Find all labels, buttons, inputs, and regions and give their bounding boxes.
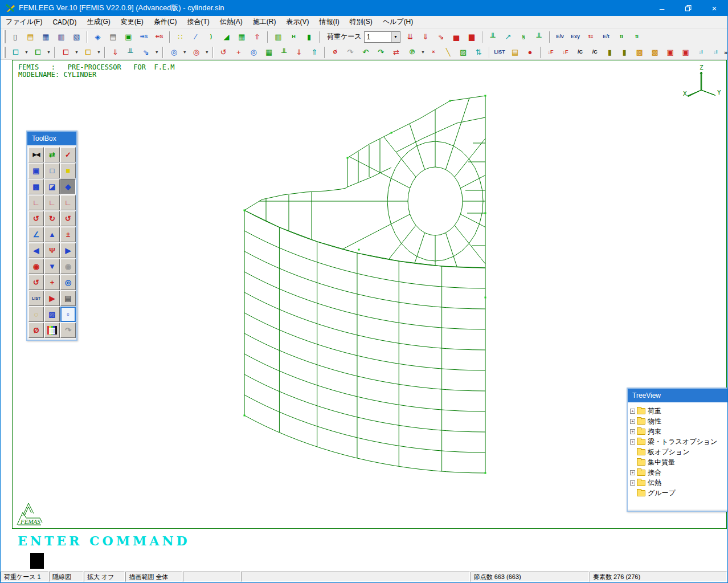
menu-item-8[interactable]: 表示(V) bbox=[281, 16, 314, 28]
restore-button[interactable] bbox=[675, 0, 701, 16]
toolbox-print-view-button[interactable]: ▤ bbox=[60, 291, 76, 306]
merge-element-button[interactable]: H bbox=[287, 31, 301, 43]
new-file-button[interactable]: ▯ bbox=[8, 31, 22, 43]
refresh-view-button[interactable]: ◈ bbox=[91, 31, 105, 43]
clipboard-list-button[interactable]: ▤ bbox=[508, 46, 522, 59]
toolbox-fit-view-button[interactable]: ▶◀ bbox=[28, 147, 44, 162]
spring-element-button[interactable]: § bbox=[517, 31, 531, 43]
tree-expand-icon[interactable]: + bbox=[630, 480, 635, 486]
material-query-button[interactable]: E/t bbox=[599, 31, 614, 43]
minimize-button[interactable]: – bbox=[649, 0, 675, 16]
layer-select-yellow-dropdown-icon[interactable]: ▼ bbox=[96, 46, 101, 59]
door-element-pick-button[interactable]: ▮ bbox=[617, 46, 631, 59]
select-down-button[interactable]: ⇓ bbox=[108, 46, 122, 59]
title-bar[interactable]: FEMLEEG Ver.10 [FEMIS V22.0.9] (Advanced… bbox=[1, 0, 727, 16]
constraint-pick-button[interactable]: ↗ bbox=[501, 31, 516, 43]
pan-view-button[interactable]: + bbox=[232, 46, 246, 59]
nodal-load-button[interactable]: ⇓ bbox=[419, 31, 433, 43]
thermo-f-button[interactable]: ↓F bbox=[544, 46, 558, 59]
mesh-pattern-pick-button[interactable]: ▩ bbox=[648, 46, 662, 59]
tree-expand-icon[interactable]: + bbox=[630, 409, 635, 414]
rotate-view-button[interactable]: ↺ bbox=[216, 46, 231, 59]
redo-fold-button[interactable]: ↷ bbox=[374, 46, 388, 59]
no-uturn-button[interactable]: Ø bbox=[328, 46, 342, 59]
cut-c-pick-button[interactable]: /C bbox=[588, 46, 602, 59]
toolbox-view-up-button[interactable]: ▲ bbox=[44, 227, 60, 242]
layer-select-red-dropdown-icon[interactable]: ▼ bbox=[74, 46, 79, 59]
arrow-down-red-button[interactable]: ⇓ bbox=[292, 46, 306, 59]
toolbox-hide-entities-button[interactable]: ◉ bbox=[60, 259, 76, 274]
close-button[interactable]: × bbox=[701, 0, 727, 16]
tree-expand-icon[interactable]: + bbox=[630, 439, 635, 445]
toolbox-view-right-button[interactable]: ▶ bbox=[60, 243, 76, 258]
toolbox-list-window-button[interactable]: LIST bbox=[28, 291, 44, 306]
tree-item-7[interactable]: +伝熱 bbox=[629, 478, 727, 488]
rake-green-button[interactable]: ╨ bbox=[277, 46, 291, 59]
cut-c-button[interactable]: /C bbox=[574, 46, 587, 59]
toolbox-view-plane-zx-button[interactable]: ∟ bbox=[44, 195, 60, 210]
toolbox-view-hidden-button[interactable]: ▩ bbox=[28, 179, 44, 194]
toolbar-grip[interactable] bbox=[3, 47, 6, 58]
treeview-title-bar[interactable]: TreeView bbox=[628, 389, 728, 402]
toolbox-rotate-about-z-button[interactable]: ↻ bbox=[44, 211, 60, 226]
toolbox-view-axis-xyz-button[interactable]: Ψ bbox=[44, 243, 60, 258]
heat-element-pick-button[interactable]: ▣ bbox=[678, 46, 693, 59]
menu-item-9[interactable]: 情報(I) bbox=[314, 16, 344, 28]
tree-expand-icon[interactable]: + bbox=[630, 470, 635, 475]
toolbox-view-down-button[interactable]: ▼ bbox=[44, 259, 60, 274]
toolbox-mouse-zoom-button[interactable]: ◎ bbox=[60, 275, 76, 290]
menu-item-4[interactable]: 条件(C) bbox=[149, 16, 182, 28]
material-ev-button[interactable]: E/v bbox=[553, 31, 567, 43]
toolbox-view-left-button[interactable]: ◀ bbox=[28, 243, 44, 258]
delete-button[interactable]: × bbox=[427, 46, 440, 59]
tree-item-3[interactable]: +梁・トラスオプション bbox=[629, 437, 727, 447]
thermo-f-pick-button[interactable]: ↓F bbox=[559, 46, 572, 59]
door-element-button[interactable]: ▮ bbox=[603, 46, 616, 59]
section-property-pick-button[interactable]: tI bbox=[630, 31, 644, 43]
tree-item-5[interactable]: 集中質量 bbox=[629, 457, 727, 467]
select-rake-button[interactable]: ╨ bbox=[124, 46, 137, 59]
thickness-button[interactable]: t≡ bbox=[584, 31, 598, 43]
material-exy-button[interactable]: Exy bbox=[569, 31, 583, 43]
constraint-button[interactable]: ╨ bbox=[486, 31, 500, 43]
toolbox-redo-disabled-button[interactable]: ↷ bbox=[60, 323, 76, 338]
rgb-settings-button[interactable]: ● bbox=[523, 46, 537, 59]
menu-item-0[interactable]: ファイル(F) bbox=[1, 16, 47, 28]
thermo-i-button[interactable]: ↓I bbox=[694, 46, 707, 59]
capture-image-button[interactable]: ▣ bbox=[121, 31, 136, 43]
uturn-disabled-button[interactable]: ↷ bbox=[343, 46, 357, 59]
toolbox-view-rotate-cube-button[interactable]: ◪ bbox=[44, 179, 60, 194]
toolbox-rotate-about-y-button[interactable]: ↺ bbox=[60, 211, 76, 226]
undo-fold-button[interactable]: ↶ bbox=[358, 46, 373, 59]
menu-item-1[interactable]: CAD(D) bbox=[47, 17, 81, 27]
tree-expand-icon[interactable]: + bbox=[630, 419, 635, 424]
tree-item-8[interactable]: グループ bbox=[629, 488, 727, 498]
toolbox-mouse-rotate-button[interactable]: ↺ bbox=[28, 275, 44, 290]
zoom-area-dropdown-icon[interactable]: ▼ bbox=[205, 46, 210, 59]
command-area[interactable]: ENTER COMMAND bbox=[1, 529, 727, 571]
distributed-load-button[interactable]: ▅ bbox=[449, 31, 464, 43]
tree-item-0[interactable]: +荷重 bbox=[629, 406, 727, 416]
toolbox-mouse-pan-button[interactable]: + bbox=[44, 275, 60, 290]
toolbox-title-bar[interactable]: ToolBox bbox=[27, 132, 76, 145]
select-remove-button[interactable]: ⇘ bbox=[139, 46, 153, 59]
create-triangle-button[interactable]: ◢ bbox=[219, 31, 234, 43]
print-button[interactable]: ▤ bbox=[106, 31, 120, 43]
menu-item-11[interactable]: ヘルプ(H) bbox=[378, 16, 419, 28]
menu-item-7[interactable]: 施工(R) bbox=[248, 16, 281, 28]
nodal-load-pick-button[interactable]: ⇘ bbox=[434, 31, 448, 43]
toolbox-color-bar-settings-button[interactable]: ▥ bbox=[44, 323, 60, 338]
tree-item-2[interactable]: +拘束 bbox=[629, 426, 727, 437]
toolbox-view-angle-button[interactable]: ∠ bbox=[28, 227, 44, 242]
open-file-button[interactable]: ▤ bbox=[23, 31, 38, 43]
toolbox-view-plane-zy-button[interactable]: ∟ bbox=[60, 195, 76, 210]
list-output-button[interactable]: LIST bbox=[493, 46, 507, 59]
thermo-i-pick-button[interactable]: ↓I bbox=[709, 46, 722, 59]
toolbox-entity-labels-button[interactable]: ◌ bbox=[28, 307, 44, 322]
toolbar-overflow-button[interactable]: » bbox=[724, 49, 727, 56]
layer-select-green-button[interactable]: ⧠ bbox=[31, 46, 45, 59]
toolbox-rotate-about-x-button[interactable]: ↺ bbox=[28, 211, 44, 226]
zoom-pick-button[interactable]: ◎ bbox=[167, 46, 181, 59]
distributed-load-pick-button[interactable]: ▆ bbox=[465, 31, 479, 43]
create-arc-button[interactable]: ) bbox=[204, 31, 218, 43]
